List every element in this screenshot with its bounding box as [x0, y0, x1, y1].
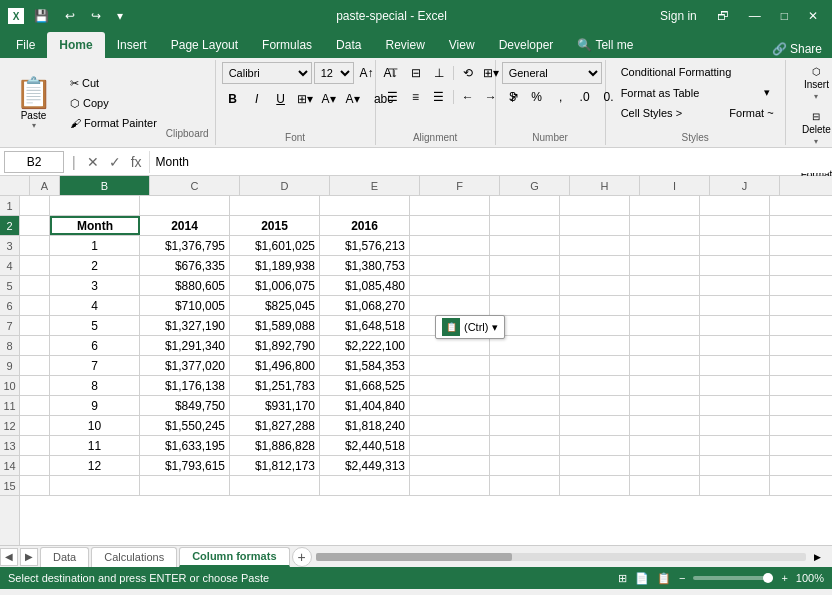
cell-D7[interactable]: $1,589,088	[230, 316, 320, 335]
cell-D10[interactable]: $1,251,783	[230, 376, 320, 395]
cell-J8[interactable]	[700, 336, 770, 355]
col-header-g[interactable]: G	[500, 176, 570, 195]
row-num-5[interactable]: 5	[0, 276, 19, 296]
cell-F2[interactable]	[410, 216, 490, 235]
cell-B6[interactable]: 4	[50, 296, 140, 315]
undo-button[interactable]: ↩	[59, 7, 81, 25]
cell-I8[interactable]	[630, 336, 700, 355]
sheet-nav-right[interactable]: ▶	[20, 548, 38, 566]
cell-I6[interactable]	[630, 296, 700, 315]
cell-F4[interactable]	[410, 256, 490, 275]
cell-C11[interactable]: $849,750	[140, 396, 230, 415]
cell-D12[interactable]: $1,827,288	[230, 416, 320, 435]
indent-decrease-button[interactable]: ←	[457, 86, 479, 108]
cell-E4[interactable]: $1,380,753	[320, 256, 410, 275]
cell-C4[interactable]: $676,335	[140, 256, 230, 275]
conditional-formatting-button[interactable]: Conditional Formatting	[612, 62, 779, 82]
tab-page-layout[interactable]: Page Layout	[159, 32, 250, 58]
cell-I5[interactable]	[630, 276, 700, 295]
cut-button[interactable]: ✂ Cut	[65, 74, 162, 93]
cell-A11[interactable]	[20, 396, 50, 415]
cell-J10[interactable]	[700, 376, 770, 395]
cell-C7[interactable]: $1,327,190	[140, 316, 230, 335]
col-header-j[interactable]: J	[710, 176, 780, 195]
cell-J9[interactable]	[700, 356, 770, 375]
cell-H5[interactable]	[560, 276, 630, 295]
cell-F3[interactable]	[410, 236, 490, 255]
cell-E5[interactable]: $1,085,480	[320, 276, 410, 295]
cell-D11[interactable]: $931,170	[230, 396, 320, 415]
cell-C5[interactable]: $880,605	[140, 276, 230, 295]
cell-A10[interactable]	[20, 376, 50, 395]
cell-A15[interactable]	[20, 476, 50, 495]
align-right-button[interactable]: ☰	[428, 86, 450, 108]
cell-H2[interactable]	[560, 216, 630, 235]
cell-I4[interactable]	[630, 256, 700, 275]
cell-G2[interactable]	[490, 216, 560, 235]
insert-button[interactable]: ⬡ Insert ▾	[792, 62, 832, 105]
font-color-button[interactable]: A▾	[342, 88, 364, 110]
font-size-select[interactable]: 12	[314, 62, 354, 84]
cell-C10[interactable]: $1,176,138	[140, 376, 230, 395]
close-button[interactable]: ✕	[802, 7, 824, 25]
cell-B9[interactable]: 7	[50, 356, 140, 375]
cell-E12[interactable]: $1,818,240	[320, 416, 410, 435]
zoom-out-button[interactable]: −	[679, 572, 685, 584]
fill-color-button[interactable]: A▾	[318, 88, 340, 110]
cell-F11[interactable]	[410, 396, 490, 415]
number-format-select[interactable]: General	[502, 62, 602, 84]
cell-I11[interactable]	[630, 396, 700, 415]
row-num-8[interactable]: 8	[0, 336, 19, 356]
cell-D9[interactable]: $1,496,800	[230, 356, 320, 375]
cell-A3[interactable]	[20, 236, 50, 255]
cell-J12[interactable]	[700, 416, 770, 435]
cell-I3[interactable]	[630, 236, 700, 255]
cell-H11[interactable]	[560, 396, 630, 415]
cell-reference-input[interactable]: B2	[4, 151, 64, 173]
cell-I10[interactable]	[630, 376, 700, 395]
cell-G15[interactable]	[490, 476, 560, 495]
cell-I12[interactable]	[630, 416, 700, 435]
col-header-b[interactable]: B	[60, 176, 150, 195]
cell-G11[interactable]	[490, 396, 560, 415]
cell-A13[interactable]	[20, 436, 50, 455]
cell-J3[interactable]	[700, 236, 770, 255]
cell-C13[interactable]: $1,633,195	[140, 436, 230, 455]
cell-I13[interactable]	[630, 436, 700, 455]
cell-C14[interactable]: $1,793,615	[140, 456, 230, 475]
cell-A5[interactable]	[20, 276, 50, 295]
cell-I14[interactable]	[630, 456, 700, 475]
cell-J5[interactable]	[700, 276, 770, 295]
cell-C12[interactable]: $1,550,245	[140, 416, 230, 435]
cell-J1[interactable]	[700, 196, 770, 215]
cell-I2[interactable]	[630, 216, 700, 235]
zoom-in-button[interactable]: +	[781, 572, 787, 584]
paste-ctrl-popup[interactable]: 📋 (Ctrl) ▾	[435, 315, 505, 339]
cell-D15[interactable]	[230, 476, 320, 495]
format-as-table-button[interactable]: Format as Table▾	[612, 82, 779, 103]
cell-H10[interactable]	[560, 376, 630, 395]
cell-E8[interactable]: $2,222,100	[320, 336, 410, 355]
cell-B15[interactable]	[50, 476, 140, 495]
row-num-13[interactable]: 13	[0, 436, 19, 456]
cell-G1[interactable]	[490, 196, 560, 215]
cell-E6[interactable]: $1,068,270	[320, 296, 410, 315]
delete-button[interactable]: ⊟ Delete ▾	[792, 107, 832, 150]
cell-J13[interactable]	[700, 436, 770, 455]
cell-I9[interactable]	[630, 356, 700, 375]
tab-file[interactable]: File	[4, 32, 47, 58]
cell-F15[interactable]	[410, 476, 490, 495]
formula-input[interactable]: Month	[149, 151, 828, 173]
cell-D1[interactable]	[230, 196, 320, 215]
cell-F6[interactable]	[410, 296, 490, 315]
row-num-7[interactable]: 7	[0, 316, 19, 336]
sign-in-button[interactable]: Sign in	[654, 7, 703, 25]
cell-A6[interactable]	[20, 296, 50, 315]
maximize-button[interactable]: □	[775, 7, 794, 25]
cell-A14[interactable]	[20, 456, 50, 475]
tab-developer[interactable]: Developer	[487, 32, 566, 58]
cell-B11[interactable]: 9	[50, 396, 140, 415]
share-button[interactable]: 🔗 Share	[766, 40, 828, 58]
align-middle-button[interactable]: ⊟	[405, 62, 427, 84]
cell-I7[interactable]	[630, 316, 700, 335]
